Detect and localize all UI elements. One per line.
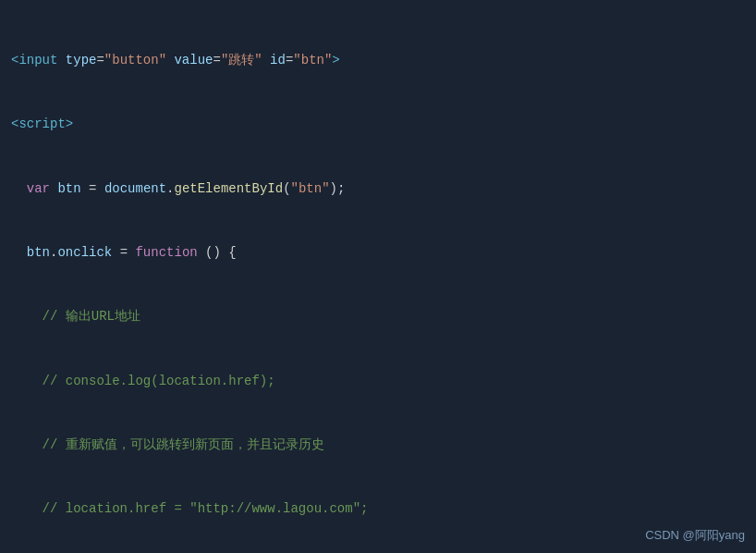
code-line-5: // 输出URL地址 — [11, 306, 745, 327]
watermark: CSDN @阿阳yang — [645, 527, 745, 544]
code-editor: <input type="button" value="跳转" id="btn"… — [0, 0, 756, 553]
code-line-3: var btn = document.getElementById("btn")… — [11, 178, 745, 200]
code-line-8: // location.href = "http://www.lagou.com… — [11, 498, 745, 520]
code-line-6: // console.log(location.href); — [11, 371, 745, 392]
code-line-4: btn.onclick = function () { — [11, 242, 745, 264]
code-line-7: // 重新赋值，可以跳转到新页面，并且记录历史 — [11, 435, 745, 456]
code-line-2: <script> — [11, 114, 745, 135]
code-line-1: <input type="button" value="跳转" id="btn"… — [11, 50, 745, 71]
